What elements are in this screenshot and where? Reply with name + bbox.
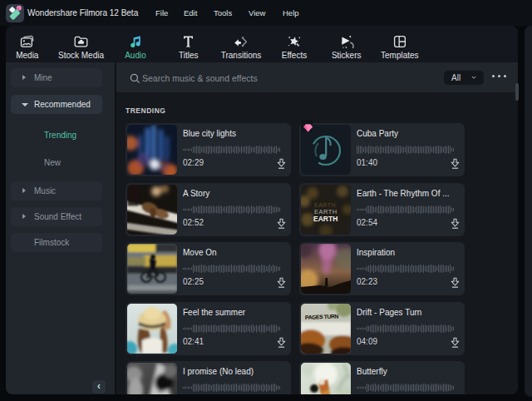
svg-text:EARTH: EARTH xyxy=(314,202,336,208)
svg-text:PAGES TURN: PAGES TURN xyxy=(305,313,339,319)
svg-text:EARTH: EARTH xyxy=(313,215,337,223)
